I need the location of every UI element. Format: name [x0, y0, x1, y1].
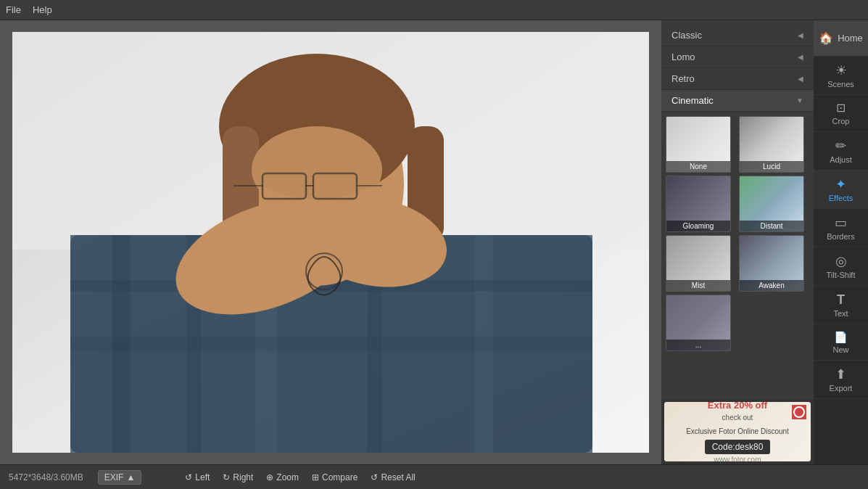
zoom-icon: ⊕: [266, 472, 273, 482]
effect-distant[interactable]: Distant: [739, 176, 804, 232]
ad-url: www.fotor.com: [714, 456, 761, 461]
effect-lucid-label: Lucid: [740, 161, 803, 172]
category-lomo-arrow: ◀: [798, 53, 803, 61]
tool-new[interactable]: 📄 New: [814, 324, 868, 361]
category-retro-label: Retro: [671, 73, 695, 84]
tool-text[interactable]: T Text: [814, 286, 868, 324]
tool-adjust[interactable]: ✏ Adjust: [814, 132, 868, 170]
effect-mist[interactable]: Mist: [666, 235, 731, 292]
category-classic[interactable]: Classic ◀: [661, 25, 814, 46]
effect-mist-label: Mist: [666, 280, 730, 291]
effect-none[interactable]: None: [666, 116, 731, 173]
adjust-icon: ✏: [835, 139, 846, 152]
menu-help[interactable]: Help: [33, 4, 52, 15]
compare-icon: ⊞: [312, 472, 319, 482]
rotate-left-icon: ↺: [185, 472, 192, 482]
tool-borders[interactable]: ▭ Borders: [814, 209, 868, 247]
effects-panel: Classic ◀ Lomo ◀ Retro ◀ Cinematic ▼: [661, 20, 814, 464]
home-button[interactable]: 🏠 Home: [814, 20, 868, 57]
crop-label: Crop: [832, 117, 850, 126]
tool-scenes[interactable]: ☀ Scenes: [814, 57, 868, 95]
rotate-right-button[interactable]: ↻ Right: [223, 472, 253, 482]
exif-button[interactable]: EXIF ▲: [98, 470, 142, 485]
compare-button[interactable]: ⊞ Compare: [312, 472, 357, 482]
scenes-icon: ☀: [835, 64, 847, 77]
adjust-label: Adjust: [830, 155, 852, 164]
photo-canvas: [12, 32, 649, 453]
menubar: File Help: [0, 0, 868, 20]
effects-label: Effects: [829, 194, 853, 202]
effect-gloaming[interactable]: Gloaming: [666, 176, 731, 232]
ad-title: Extra 20% off: [708, 402, 767, 411]
ad-banner: Extra 20% off check out Exclusive Fotor …: [661, 399, 814, 464]
new-label: New: [832, 345, 848, 354]
effect-last[interactable]: ...: [666, 295, 731, 351]
main-area: Classic ◀ Lomo ◀ Retro ◀ Cinematic ▼: [0, 20, 868, 464]
action-buttons: ↺ Left ↻ Right ⊕ Zoom ⊞ Compare ↺ Reset …: [185, 472, 415, 482]
tilt-shift-icon: ◎: [835, 255, 847, 268]
text-icon: T: [837, 293, 845, 306]
tool-crop[interactable]: ⊡ Crop: [814, 95, 868, 132]
effects-list[interactable]: Classic ◀ Lomo ◀ Retro ◀ Cinematic ▼: [661, 20, 814, 399]
ad-code: Code:desk80: [705, 440, 771, 454]
rotate-right-label: Right: [233, 472, 253, 482]
tool-export[interactable]: ⬆ Export: [814, 361, 868, 399]
exif-chevron: ▲: [126, 472, 135, 482]
scenes-label: Scenes: [827, 80, 854, 89]
text-label: Text: [833, 309, 848, 318]
ad-subtitle: check out: [719, 411, 756, 424]
reset-label: Reset All: [381, 472, 415, 482]
file-info: 5472*3648/3.60MB: [9, 472, 83, 482]
toolbar: 🏠 Home ☀ Scenes ⊡ Crop ✏ Adjust ✦ Effect…: [814, 20, 868, 464]
category-cinematic-arrow: ▼: [796, 96, 803, 104]
photo-image: [12, 32, 649, 453]
reset-all-button[interactable]: ↺ Reset All: [371, 472, 415, 482]
effect-lucid[interactable]: Lucid: [739, 116, 804, 173]
tilt-shift-label: Tilt-Shift: [827, 271, 856, 279]
effect-none-label: None: [666, 161, 730, 172]
category-classic-arrow: ◀: [798, 31, 803, 39]
category-lomo[interactable]: Lomo ◀: [661, 46, 814, 68]
borders-icon: ▭: [835, 216, 847, 229]
effect-gloaming-label: Gloaming: [666, 221, 730, 231]
tool-effects[interactable]: ✦ Effects: [814, 170, 868, 209]
effect-awaken-label: Awaken: [740, 280, 803, 291]
effect-last-label: ...: [666, 340, 730, 350]
category-retro[interactable]: Retro ◀: [661, 68, 814, 90]
crop-icon: ⊡: [836, 102, 846, 114]
rotate-left-button[interactable]: ↺ Left: [185, 472, 210, 482]
menu-file[interactable]: File: [6, 4, 21, 15]
export-label: Export: [830, 384, 853, 393]
category-lomo-label: Lomo: [671, 52, 695, 62]
new-icon: 📄: [834, 332, 848, 342]
effect-distant-label: Distant: [740, 221, 803, 231]
category-retro-arrow: ◀: [798, 75, 803, 83]
zoom-button[interactable]: ⊕ Zoom: [266, 472, 299, 482]
canvas-area: [0, 20, 661, 464]
category-classic-label: Classic: [671, 30, 702, 41]
exif-label: EXIF: [104, 472, 124, 482]
effects-grid: None Lucid Gloaming Distan: [661, 112, 814, 356]
reset-icon: ↺: [371, 472, 378, 482]
category-cinematic[interactable]: Cinematic ▼: [661, 90, 814, 112]
category-cinematic-label: Cinematic: [671, 95, 714, 106]
zoom-label: Zoom: [276, 472, 299, 482]
effects-icon: ✦: [835, 178, 846, 191]
rotate-right-icon: ↻: [223, 472, 230, 482]
compare-label: Compare: [322, 472, 357, 482]
rotate-left-label: Left: [195, 472, 210, 482]
effect-awaken[interactable]: Awaken: [739, 235, 804, 292]
borders-label: Borders: [827, 232, 855, 241]
home-label: Home: [838, 33, 863, 44]
tool-tilt-shift[interactable]: ◎ Tilt-Shift: [814, 247, 868, 286]
ad-line3: Exclusive Fotor Online Discount: [683, 424, 792, 438]
status-bar: 5472*3648/3.60MB EXIF ▲ ↺ Left ↻ Right ⊕…: [0, 464, 868, 489]
home-icon: 🏠: [819, 31, 833, 45]
effects-grid-inner: None Lucid Gloaming Distan: [666, 116, 809, 351]
export-icon: ⬆: [835, 368, 846, 381]
ad-content[interactable]: Extra 20% off check out Exclusive Fotor …: [664, 402, 811, 461]
